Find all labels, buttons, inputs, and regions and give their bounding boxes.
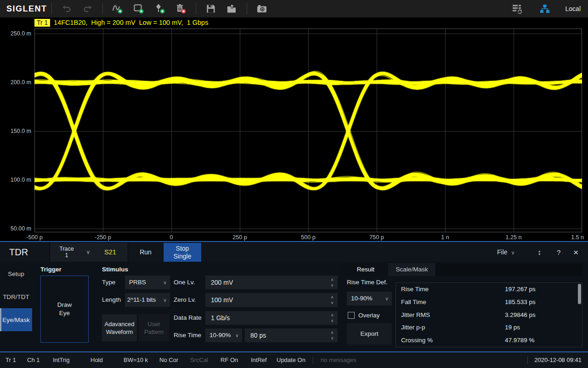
network-status-button[interactable] bbox=[534, 1, 555, 16]
result-label: Fall Time bbox=[401, 296, 426, 309]
tdr-panel: TDR Trace 1 ∨ S21 Run Stop Single File∨ … bbox=[0, 241, 588, 351]
resize-panel-button[interactable]: ↕ bbox=[537, 243, 541, 262]
draw-eye-button[interactable]: Draw Eye bbox=[40, 276, 89, 343]
status-item-rf-on: RF On bbox=[220, 352, 238, 368]
rise-time-def-dropdown[interactable]: 10-90% ∨ bbox=[205, 328, 242, 342]
zero-level-label: Zero Lv. bbox=[174, 293, 196, 307]
help-button[interactable]: ? bbox=[557, 243, 560, 262]
y-axis-tick: 100.0 m bbox=[3, 176, 31, 184]
spinner-down-icon[interactable]: ∨ bbox=[328, 300, 336, 305]
result-tab-strip: Result Scale/Mask bbox=[343, 263, 582, 276]
file-menu-label: File bbox=[497, 248, 508, 256]
overlay-checkbox[interactable] bbox=[348, 312, 355, 319]
add-trace-button[interactable] bbox=[107, 1, 128, 16]
spinner-up-icon[interactable]: ∧ bbox=[328, 313, 336, 317]
undo-button[interactable] bbox=[56, 1, 77, 16]
add-window-button[interactable] bbox=[128, 1, 149, 16]
length-value: 2^11-1 bits bbox=[127, 296, 156, 303]
spinner-up-icon[interactable]: ∧ bbox=[328, 295, 336, 299]
add-marker-button[interactable] bbox=[149, 1, 170, 16]
toolbar-separator bbox=[196, 3, 196, 14]
add-window-icon bbox=[133, 3, 144, 14]
redo-button[interactable] bbox=[77, 1, 98, 16]
delete-trace-button[interactable] bbox=[170, 1, 192, 16]
length-dropdown[interactable]: 2^11-1 bits ∨ bbox=[125, 293, 170, 307]
data-rate-spinner[interactable]: ∧∨ bbox=[328, 311, 336, 325]
stop-single-button[interactable]: Stop Single bbox=[164, 243, 201, 262]
save-icon bbox=[206, 4, 216, 14]
screenshot-icon bbox=[256, 4, 267, 14]
advanced-waveform-button[interactable]: Adavanced Waveform bbox=[102, 314, 137, 341]
trace-selector[interactable]: Trace 1 bbox=[50, 243, 83, 262]
data-rate-label: Data Rate bbox=[174, 311, 202, 325]
stop-single-line2: Single bbox=[164, 253, 201, 260]
spinner-down-icon[interactable]: ∨ bbox=[328, 283, 336, 288]
status-separator bbox=[527, 356, 528, 364]
rise-time-spinner[interactable]: ∧∨ bbox=[328, 328, 336, 342]
screen: SIGLENT bbox=[0, 0, 588, 368]
user-pattern-button[interactable]: User Pattern bbox=[139, 314, 169, 341]
rise-time-value: 80 ps bbox=[250, 328, 266, 342]
result-rise-time-def-dropdown[interactable]: 10-90% ∨ bbox=[347, 292, 392, 305]
spinner-up-icon[interactable]: ∧ bbox=[328, 330, 336, 335]
tab-result[interactable]: Result bbox=[343, 263, 388, 276]
one-level-spinner[interactable]: ∧∨ bbox=[328, 276, 336, 289]
run-button[interactable]: Run bbox=[128, 243, 164, 262]
toolbar-separator bbox=[51, 3, 52, 14]
tab-tdr-tdt[interactable]: TDR/TDT bbox=[0, 285, 32, 308]
type-dropdown[interactable]: PRBS ∨ bbox=[125, 276, 170, 289]
data-rate-value: 1 Gb/s bbox=[211, 311, 230, 325]
zero-level-spinner[interactable]: ∧∨ bbox=[328, 293, 336, 307]
data-rate-input[interactable]: 1 Gb/s ∧∨ bbox=[205, 311, 338, 325]
spinner-up-icon[interactable]: ∧ bbox=[328, 277, 336, 282]
spinner-down-icon[interactable]: ∨ bbox=[328, 318, 336, 323]
zero-level-value: 100 mV bbox=[211, 293, 233, 307]
spinner-down-icon[interactable]: ∨ bbox=[328, 336, 336, 340]
overlay-label: Overlay bbox=[358, 312, 380, 319]
chevron-down-icon[interactable]: ∨ bbox=[83, 243, 93, 262]
result-value: 3.29846 ps bbox=[505, 309, 536, 322]
type-value: PRBS bbox=[129, 279, 146, 286]
stimulus-section-header: Stimulus bbox=[102, 266, 128, 273]
result-value: 197.267 ps bbox=[505, 283, 536, 296]
trace-select-block: Trace 1 ∨ S21 bbox=[50, 243, 128, 262]
toolbar-separator bbox=[247, 3, 247, 14]
screenshot-button[interactable] bbox=[251, 1, 272, 16]
table-row: Rise Time197.267 ps bbox=[396, 283, 578, 296]
tab-eye-mask[interactable]: Eye/Mask bbox=[0, 308, 32, 331]
overlay-option[interactable]: Overlay bbox=[348, 311, 380, 319]
eye-diagram-canvas bbox=[34, 29, 582, 232]
file-menu-button[interactable]: File∨ bbox=[497, 243, 515, 262]
trace-badge[interactable]: Tr 1 bbox=[34, 19, 50, 27]
chevron-down-icon: ∨ bbox=[235, 328, 239, 342]
user-pattern-line1: User bbox=[147, 320, 160, 328]
results-scrollbar[interactable] bbox=[578, 284, 581, 346]
tab-setup[interactable]: Setup bbox=[0, 262, 32, 285]
task-queue-button[interactable] bbox=[507, 1, 528, 16]
results-table: Rise Time197.267 psFall Time185.533 psJi… bbox=[396, 282, 582, 347]
x-axis-tick: -250 p bbox=[85, 234, 121, 241]
status-item-srccal: SrcCal bbox=[190, 352, 208, 368]
export-button[interactable]: Export bbox=[347, 323, 392, 345]
status-item-intref: IntRef bbox=[251, 352, 267, 368]
status-item-bw-10-k: BW=10 k bbox=[124, 352, 148, 368]
rise-time-input[interactable]: 80 ps ∧∨ bbox=[245, 328, 338, 342]
tab-scale-mask[interactable]: Scale/Mask bbox=[388, 263, 435, 276]
open-file-button[interactable] bbox=[221, 1, 243, 16]
rise-time-label: Rise Time bbox=[174, 328, 201, 342]
chevron-down-icon: ∨ bbox=[511, 250, 515, 255]
x-axis-tick: 0 bbox=[153, 234, 190, 241]
datetime-label: 2020-12-08 09:41 bbox=[534, 352, 582, 368]
x-axis-tick: 1 n bbox=[427, 234, 464, 241]
save-button[interactable] bbox=[200, 1, 221, 16]
zero-level-input[interactable]: 100 mV ∧∨ bbox=[205, 293, 338, 307]
scrollbar-thumb[interactable] bbox=[578, 284, 581, 304]
eye-diagram-plot: 250.0 m200.0 m150.0 m100.0 m50.00 m -500… bbox=[0, 29, 588, 241]
trace-parameter-label[interactable]: S21 bbox=[94, 243, 126, 262]
status-item-inttrig: IntTrig bbox=[53, 352, 69, 368]
one-level-input[interactable]: 200 mV ∧∨ bbox=[205, 276, 338, 289]
close-panel-button[interactable]: × bbox=[573, 243, 578, 262]
one-level-value: 200 mV bbox=[211, 276, 233, 289]
y-axis-tick: 150.0 m bbox=[3, 127, 31, 135]
top-toolbar: SIGLENT bbox=[0, 0, 588, 17]
